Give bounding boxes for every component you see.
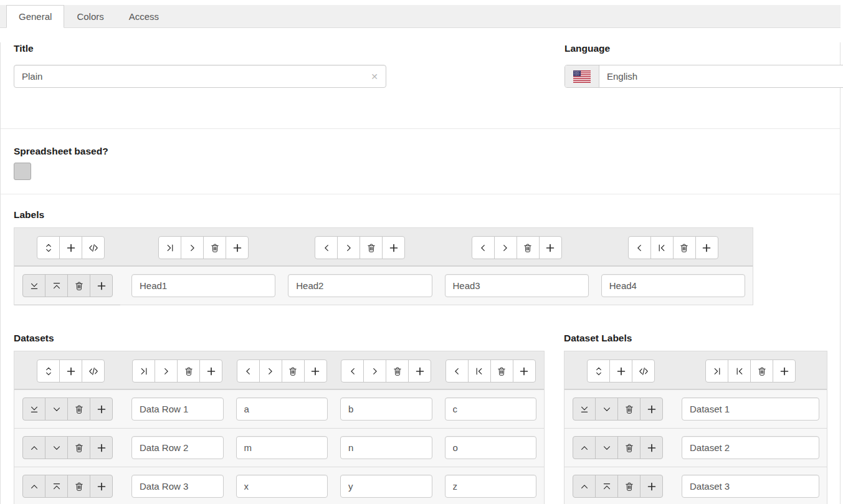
plus-button[interactable] — [408, 359, 431, 383]
chevron-up-button[interactable] — [22, 436, 45, 459]
code-button[interactable] — [632, 359, 655, 383]
chevron-down-button[interactable] — [595, 436, 618, 459]
plus-button[interactable] — [59, 359, 82, 383]
chevron-left-button[interactable] — [315, 236, 338, 259]
plus-button[interactable] — [226, 236, 249, 259]
chevron-right-bar-button[interactable] — [705, 359, 728, 383]
cell-input[interactable] — [682, 436, 819, 459]
tab-access[interactable]: Access — [117, 5, 171, 28]
trash-button[interactable] — [67, 436, 90, 459]
swap-vertical-button[interactable] — [37, 359, 60, 383]
chevron-down-bar-button[interactable] — [22, 397, 45, 421]
trash-button[interactable] — [617, 397, 641, 421]
tab-general[interactable]: General — [6, 5, 64, 28]
chevron-right-bar-button[interactable] — [158, 236, 181, 259]
cell-input[interactable] — [682, 397, 819, 421]
chevron-right-button[interactable] — [363, 359, 386, 383]
code-button[interactable] — [82, 359, 105, 383]
cell-input[interactable] — [445, 436, 537, 459]
chevron-right-button[interactable] — [155, 359, 178, 383]
cell-input[interactable] — [340, 436, 432, 459]
trash-button[interactable] — [750, 359, 773, 383]
chevron-down-button[interactable] — [595, 397, 618, 421]
chevron-right-button[interactable] — [181, 236, 204, 259]
chevron-left-bar-button[interactable] — [468, 359, 491, 383]
trash-button[interactable] — [67, 397, 90, 421]
trash-button[interactable] — [490, 359, 513, 383]
chevron-left-button[interactable] — [472, 236, 495, 259]
chevron-right-bar-button[interactable] — [132, 359, 155, 383]
plus-button[interactable] — [199, 359, 222, 383]
chevron-left-button[interactable] — [628, 236, 651, 259]
chevron-up-button[interactable] — [573, 436, 596, 459]
chevron-down-bar-button[interactable] — [22, 274, 45, 297]
chevron-right-button[interactable] — [494, 236, 517, 259]
trash-button[interactable] — [177, 359, 200, 383]
chevron-left-button[interactable] — [445, 359, 469, 383]
trash-button[interactable] — [673, 236, 696, 259]
cell-input[interactable] — [682, 475, 819, 498]
cell-input[interactable] — [236, 436, 328, 459]
swap-vertical-button[interactable] — [587, 359, 610, 383]
cell-input[interactable] — [131, 274, 275, 297]
plus-button[interactable] — [90, 475, 113, 498]
tab-colors[interactable]: Colors — [64, 5, 116, 28]
cell-input[interactable] — [445, 475, 537, 498]
cell-input[interactable] — [601, 274, 745, 297]
plus-button[interactable] — [59, 236, 82, 259]
chevron-left-button[interactable] — [341, 359, 364, 383]
plus-button[interactable] — [640, 436, 663, 459]
chevron-down-button[interactable] — [45, 436, 68, 459]
trash-button[interactable] — [67, 274, 90, 297]
chevron-up-bar-button[interactable] — [45, 274, 68, 297]
cell-input[interactable] — [340, 475, 432, 498]
chevron-down-bar-button[interactable] — [573, 397, 596, 421]
cell-input[interactable] — [288, 274, 432, 297]
chevron-left-button[interactable] — [237, 359, 260, 383]
chevron-up-bar-button[interactable] — [45, 475, 68, 498]
plus-button[interactable] — [90, 397, 113, 421]
cell-input[interactable] — [445, 397, 537, 421]
cell-input[interactable] — [236, 397, 328, 421]
chevron-left-bar-button[interactable] — [728, 359, 751, 383]
chevron-down-button[interactable] — [45, 397, 68, 421]
trash-button[interactable] — [386, 359, 409, 383]
trash-button[interactable] — [282, 359, 305, 383]
plus-button[interactable] — [539, 236, 562, 259]
swap-vertical-button[interactable] — [37, 236, 60, 259]
cell-input[interactable] — [131, 475, 224, 498]
language-input[interactable] — [599, 65, 843, 87]
plus-button[interactable] — [640, 475, 663, 498]
plus-button[interactable] — [640, 397, 663, 421]
trash-button[interactable] — [360, 236, 383, 259]
chevron-right-button[interactable] — [259, 359, 282, 383]
chevron-up-button[interactable] — [22, 475, 45, 498]
spreadsheet-checkbox[interactable] — [14, 163, 31, 180]
title-input[interactable] — [14, 65, 386, 88]
cell-input[interactable] — [236, 475, 328, 498]
plus-button[interactable] — [382, 236, 405, 259]
cell-input[interactable] — [445, 274, 589, 297]
plus-button[interactable] — [513, 359, 536, 383]
trash-button[interactable] — [517, 236, 540, 259]
trash-button[interactable] — [617, 475, 641, 498]
cell-input[interactable] — [131, 436, 224, 459]
code-button[interactable] — [82, 236, 105, 259]
plus-button[interactable] — [90, 436, 113, 459]
chevron-up-bar-button[interactable] — [595, 475, 618, 498]
plus-button[interactable] — [609, 359, 632, 383]
chevron-up-button[interactable] — [573, 475, 596, 498]
clear-icon[interactable]: ✕ — [371, 72, 378, 82]
plus-button[interactable] — [90, 274, 113, 297]
plus-button[interactable] — [695, 236, 718, 259]
chevron-left-bar-button[interactable] — [650, 236, 674, 259]
cell-input[interactable] — [131, 397, 224, 421]
trash-button[interactable] — [67, 475, 90, 498]
trash-button[interactable] — [617, 436, 641, 459]
cell-input[interactable] — [340, 397, 432, 421]
chevron-right-button[interactable] — [337, 236, 360, 259]
plus-button[interactable] — [773, 359, 796, 383]
plus-button[interactable] — [304, 359, 327, 383]
language-select[interactable] — [564, 65, 843, 88]
trash-button[interactable] — [203, 236, 226, 259]
